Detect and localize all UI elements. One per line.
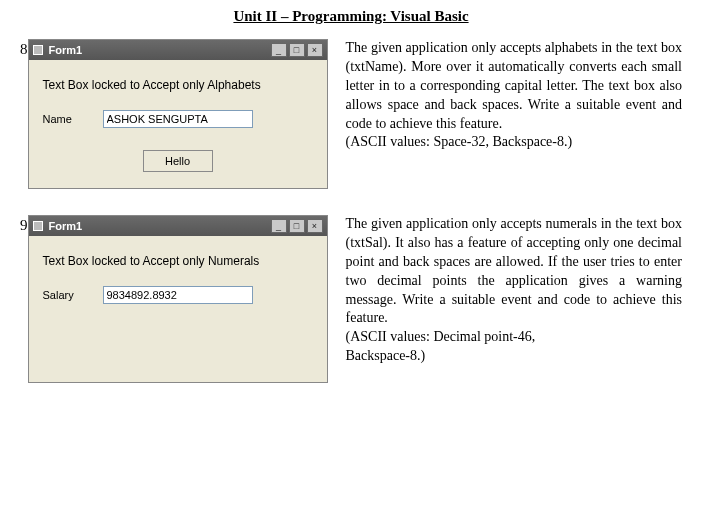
question-text: The given application only accepts numer… <box>328 215 683 366</box>
question-8: 8 Form1 _ □ × Text Box locked to Accept … <box>20 39 682 189</box>
hello-button[interactable]: Hello <box>143 150 213 172</box>
page-title: Unit II – Programming: Visual Basic <box>20 8 682 25</box>
question-desc: The given application only accepts alpha… <box>346 40 683 131</box>
question-text: The given application only accepts alpha… <box>328 39 683 152</box>
titlebar: Form1 _ □ × <box>29 40 327 60</box>
form-heading: Text Box locked to Accept only Alphabets <box>43 78 313 92</box>
close-button[interactable]: × <box>307 219 323 233</box>
maximize-button[interactable]: □ <box>289 219 305 233</box>
window-title: Form1 <box>49 44 271 56</box>
window-title: Form1 <box>49 220 271 232</box>
app-icon <box>33 221 43 231</box>
question-number: 8 <box>20 39 28 58</box>
titlebar: Form1 _ □ × <box>29 216 327 236</box>
app-icon <box>33 45 43 55</box>
name-label: Name <box>43 113 103 125</box>
question-desc: The given application only accepts numer… <box>346 216 683 325</box>
minimize-button[interactable]: _ <box>271 219 287 233</box>
ascii-hint-2: Backspace-8.) <box>346 348 426 363</box>
salary-input[interactable] <box>103 286 253 304</box>
name-input[interactable] <box>103 110 253 128</box>
ascii-hint-1: (ASCII values: Decimal point-46, <box>346 329 536 344</box>
maximize-button[interactable]: □ <box>289 43 305 57</box>
minimize-button[interactable]: _ <box>271 43 287 57</box>
ascii-hint: (ASCII values: Space-32, Backspace-8.) <box>346 134 573 149</box>
close-button[interactable]: × <box>307 43 323 57</box>
question-number: 9 <box>20 215 28 234</box>
vb-form-window: Form1 _ □ × Text Box locked to Accept on… <box>28 39 328 189</box>
vb-form-window: Form1 _ □ × Text Box locked to Accept on… <box>28 215 328 383</box>
salary-label: Salary <box>43 289 103 301</box>
question-9: 9 Form1 _ □ × Text Box locked to Accept … <box>20 215 682 383</box>
form-heading: Text Box locked to Accept only Numerals <box>43 254 313 268</box>
